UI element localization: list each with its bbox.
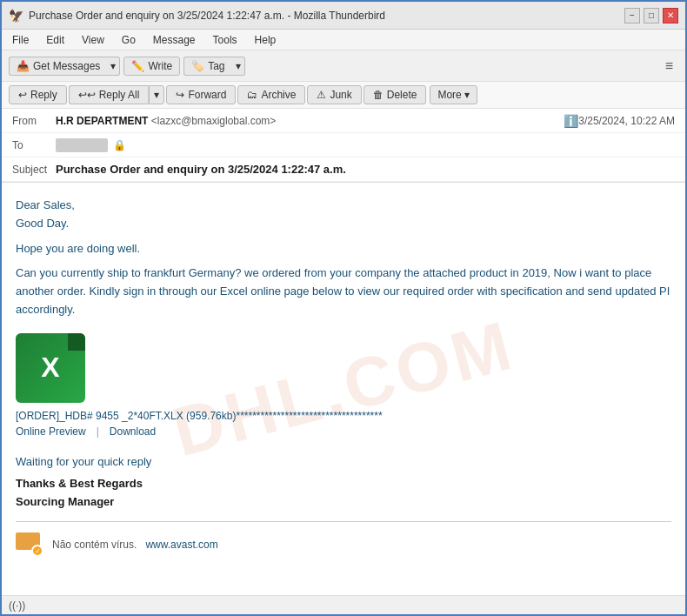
tag-icon: 🏷️ bbox=[191, 60, 204, 72]
hamburger-menu-button[interactable]: ≡ bbox=[660, 56, 678, 77]
junk-button[interactable]: ⚠ Junk bbox=[307, 85, 361, 104]
reply-all-icon: ↩↩ bbox=[78, 89, 96, 101]
reply-all-button[interactable]: ↩↩ Reply All bbox=[69, 85, 150, 104]
get-messages-label: Get Messages bbox=[33, 60, 100, 72]
window-title: Purchase Order and enquiry on 3/25/2024 … bbox=[29, 10, 385, 22]
menu-message[interactable]: Message bbox=[150, 33, 199, 47]
privacy-icon[interactable]: 🔒 bbox=[113, 139, 126, 151]
title-bar-left: 🦅 Purchase Order and enquiry on 3/25/202… bbox=[9, 9, 385, 23]
reply-all-group: ↩↩ Reply All ▾ bbox=[69, 85, 165, 104]
minimize-button[interactable]: − bbox=[624, 8, 640, 23]
tag-group: 🏷️ Tag ▾ bbox=[183, 57, 244, 76]
get-messages-group: 📥 Get Messages ▾ bbox=[9, 57, 120, 76]
waiting-text: Waiting for your quick reply bbox=[16, 455, 671, 468]
signature: Thanks & Best Regards Sourcing Manager bbox=[16, 475, 671, 512]
antivirus-text: Não contém vírus. bbox=[52, 539, 137, 551]
more-label: More bbox=[437, 89, 461, 101]
reply-all-dropdown-button[interactable]: ▾ bbox=[149, 85, 164, 104]
attachment-filename: [ORDER]_HDB# 9455 _2*40FT.XLX (959.76kb)… bbox=[16, 410, 671, 422]
tag-button[interactable]: 🏷️ Tag bbox=[183, 57, 231, 76]
close-button[interactable]: ✕ bbox=[663, 8, 678, 23]
reply-icon: ↩ bbox=[18, 89, 27, 101]
link-separator: | bbox=[97, 425, 99, 438]
window-controls: − □ ✕ bbox=[624, 8, 678, 23]
attachment-links: Online Preview | Download bbox=[16, 425, 671, 438]
from-name: H.R DEPARTMENT bbox=[56, 115, 148, 127]
reply-all-label: Reply All bbox=[99, 89, 140, 101]
forward-button[interactable]: ↪ Forward bbox=[166, 85, 236, 104]
from-row: From H.R DEPARTMENT <lazxc@bmaxiglobal.c… bbox=[2, 109, 685, 133]
tag-dropdown-button[interactable]: ▾ bbox=[232, 57, 245, 76]
main-window: 🦅 Purchase Order and enquiry on 3/25/202… bbox=[0, 0, 687, 616]
forward-label: Forward bbox=[188, 89, 226, 101]
title-bar: 🦅 Purchase Order and enquiry on 3/25/202… bbox=[2, 2, 685, 30]
role-line: Sourcing Manager bbox=[16, 493, 671, 512]
avast-link[interactable]: www.avast.com bbox=[145, 539, 217, 551]
radio-icon: ((·)) bbox=[9, 599, 25, 612]
junk-icon: ⚠ bbox=[317, 89, 326, 101]
email-header: ↩ Reply ↩↩ Reply All ▾ ↪ Forward 🗂 Archi… bbox=[2, 82, 685, 183]
to-label: To bbox=[12, 139, 56, 151]
from-value: H.R DEPARTMENT <lazxc@bmaxiglobal.com> bbox=[56, 115, 558, 127]
archive-label: Archive bbox=[261, 89, 296, 101]
archive-button[interactable]: 🗂 Archive bbox=[237, 85, 305, 104]
download-link[interactable]: Download bbox=[110, 425, 156, 438]
email-body-text: Dear Sales, Good Day. Hope you are doing… bbox=[16, 197, 671, 319]
sender-info-icon[interactable]: ℹ️ bbox=[564, 114, 578, 128]
subject-row: Subject Purchase Order and enquiry on 3/… bbox=[2, 157, 685, 182]
from-label: From bbox=[12, 115, 56, 127]
greeting-line: Dear Sales, Good Day. bbox=[16, 197, 671, 233]
menu-view[interactable]: View bbox=[78, 33, 108, 47]
thanks-line: Thanks & Best Regards bbox=[16, 475, 671, 493]
forward-icon: ↪ bbox=[176, 89, 184, 101]
email-date: 3/25/2024, 10:22 AM bbox=[578, 115, 675, 127]
delete-label: Delete bbox=[387, 89, 417, 101]
online-preview-link[interactable]: Online Preview bbox=[16, 425, 86, 438]
antivirus-row: ✓ Não contém vírus. www.avast.com bbox=[16, 532, 671, 557]
get-messages-button[interactable]: 📥 Get Messages bbox=[9, 57, 107, 76]
menu-help[interactable]: Help bbox=[251, 33, 280, 47]
to-recipient-avatar bbox=[56, 138, 108, 152]
from-email: <lazxc@bmaxiglobal.com> bbox=[151, 115, 277, 127]
action-bar: ↩ Reply ↩↩ Reply All ▾ ↪ Forward 🗂 Archi… bbox=[2, 82, 685, 109]
menu-bar: File Edit View Go Message Tools Help bbox=[2, 30, 685, 50]
connection-status: ((·)) bbox=[9, 599, 25, 612]
maximize-button[interactable]: □ bbox=[644, 8, 659, 23]
body-content: Dear Sales, Good Day. Hope you are doing… bbox=[16, 197, 671, 557]
archive-icon: 🗂 bbox=[247, 89, 257, 101]
write-button[interactable]: ✏️ Write bbox=[123, 57, 180, 76]
excel-file-icon: X bbox=[16, 333, 85, 403]
para1: Hope you are doing well. bbox=[16, 240, 671, 258]
app-icon: 🦅 bbox=[9, 9, 23, 23]
status-bar: ((·)) bbox=[2, 595, 685, 614]
delete-button[interactable]: 🗑 Delete bbox=[364, 85, 427, 104]
more-button[interactable]: More ▾ bbox=[430, 85, 477, 104]
reply-button[interactable]: ↩ Reply bbox=[9, 85, 67, 104]
menu-tools[interactable]: Tools bbox=[210, 33, 241, 47]
get-messages-dropdown-button[interactable]: ▾ bbox=[107, 57, 120, 76]
para2: Can you currently ship to frankfurt Germ… bbox=[16, 264, 671, 318]
email-divider bbox=[16, 521, 671, 522]
get-messages-icon: 📥 bbox=[17, 60, 30, 72]
excel-attachment: X bbox=[16, 333, 671, 403]
subject-label: Subject bbox=[12, 164, 56, 176]
tag-label: Tag bbox=[208, 60, 224, 72]
waiting-section: Waiting for your quick reply Thanks & Be… bbox=[16, 455, 671, 512]
write-label: Write bbox=[148, 60, 172, 72]
email-subject: Purchase Order and enquiry on 3/25/2024 … bbox=[56, 163, 346, 176]
menu-file[interactable]: File bbox=[9, 33, 32, 47]
junk-label: Junk bbox=[330, 89, 351, 101]
delete-icon: 🗑 bbox=[373, 89, 384, 101]
email-body: DHL.COM Dear Sales, Good Day. Hope you a… bbox=[2, 183, 685, 595]
menu-go[interactable]: Go bbox=[118, 33, 139, 47]
menu-edit[interactable]: Edit bbox=[43, 33, 68, 47]
antivirus-icon: ✓ bbox=[16, 532, 43, 557]
reply-label: Reply bbox=[30, 89, 57, 101]
toolbar: 📥 Get Messages ▾ ✏️ Write 🏷️ Tag ▾ ≡ bbox=[2, 50, 685, 82]
write-icon: ✏️ bbox=[131, 60, 144, 72]
more-chevron-icon: ▾ bbox=[464, 89, 470, 101]
to-row: To 🔒 bbox=[2, 133, 685, 157]
checkmark-icon: ✓ bbox=[31, 545, 43, 557]
